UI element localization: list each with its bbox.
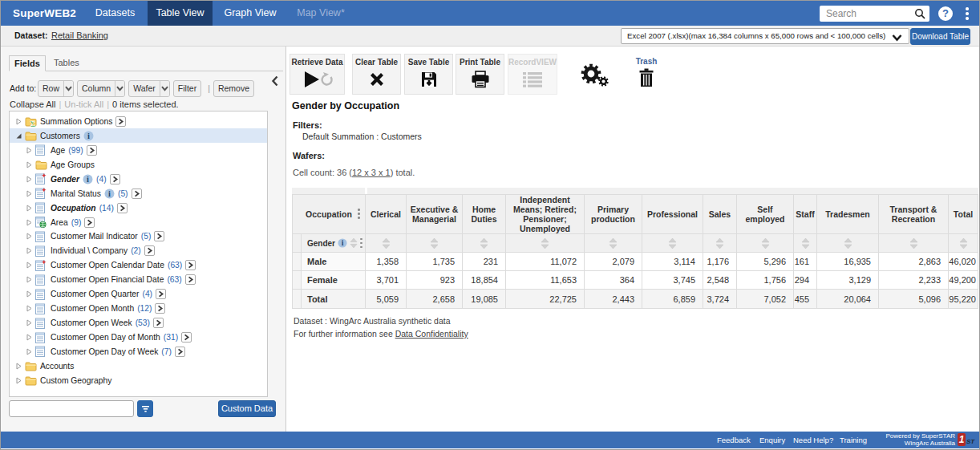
export-format-select[interactable]: Excel 2007 (.xlsx)(max 16,384 columns x … bbox=[621, 28, 909, 44]
data-cell[interactable]: 19,085 bbox=[463, 290, 505, 308]
info-icon[interactable]: i bbox=[338, 238, 347, 248]
print-table-button[interactable]: Print Table bbox=[456, 54, 504, 95]
data-cell[interactable]: 1,735 bbox=[407, 253, 462, 270]
tree-item-age[interactable]: Age(99) bbox=[10, 143, 267, 157]
tree-item-label[interactable]: Customer Open Day of Month bbox=[51, 333, 160, 342]
field-filter-input[interactable] bbox=[9, 400, 134, 417]
data-cell[interactable]: 3,745 bbox=[642, 271, 703, 289]
tree-item-accounts[interactable]: Accounts bbox=[10, 359, 267, 373]
footer-link-training[interactable]: Training bbox=[840, 432, 867, 448]
field-options-arrow-button[interactable] bbox=[84, 217, 95, 228]
tree-item-label[interactable]: Custom Geography bbox=[40, 376, 111, 385]
column-dimension-header[interactable]: Occupation bbox=[293, 195, 365, 233]
info-icon[interactable]: i bbox=[104, 189, 115, 199]
footer-link-need-help[interactable]: Need Help? bbox=[793, 432, 833, 448]
expand-expander-icon[interactable] bbox=[14, 363, 22, 370]
column-header[interactable]: Executive & Managerial bbox=[407, 195, 462, 233]
tree-item-label[interactable]: Marital Status bbox=[51, 189, 101, 198]
tree-item-label[interactable]: Customer Open Calendar Date bbox=[51, 261, 164, 270]
dataset-link[interactable]: Retail Banking bbox=[51, 26, 108, 46]
chevron-down-icon[interactable] bbox=[63, 81, 73, 96]
field-options-arrow-button[interactable] bbox=[185, 260, 196, 270]
retrieve-data-button[interactable]: Retrieve Data bbox=[290, 54, 345, 95]
sort-column-icon[interactable] bbox=[949, 234, 978, 252]
tree-item-customer-open-day-of-month[interactable]: Customer Open Day of Month(31) bbox=[10, 330, 267, 345]
add-to-column-button[interactable]: Column bbox=[77, 80, 125, 97]
collapse-all-link[interactable]: Collapse All bbox=[10, 99, 55, 109]
tree-item-label[interactable]: Customer Open Quarter bbox=[51, 290, 139, 298]
tree-item-customer-open-week[interactable]: Customer Open Week(53) bbox=[10, 316, 267, 330]
data-cell[interactable]: 3,114 bbox=[642, 253, 703, 270]
row-dimension-header[interactable]: Genderi bbox=[302, 234, 365, 252]
data-cell[interactable]: 6,859 bbox=[642, 290, 703, 308]
sort-column-icon[interactable] bbox=[463, 234, 505, 252]
tree-item-label[interactable]: Customers bbox=[40, 132, 80, 140]
data-cell[interactable]: 231 bbox=[463, 253, 505, 270]
add-to-filter-button[interactable]: Filter bbox=[173, 80, 201, 97]
data-cell[interactable]: 5,296 bbox=[737, 253, 793, 270]
data-cell[interactable]: 2,079 bbox=[585, 253, 642, 270]
chevron-down-icon[interactable] bbox=[115, 81, 124, 96]
tree-item-label[interactable]: Customer Open Month bbox=[51, 304, 134, 313]
collapse-expander-icon[interactable] bbox=[14, 132, 22, 140]
tree-item-gender[interactable]: Genderi(4) bbox=[10, 172, 267, 186]
tree-item-label[interactable]: Summation Options bbox=[40, 117, 112, 126]
row-label[interactable]: Total bbox=[302, 290, 365, 308]
tree-item-label[interactable]: Age bbox=[51, 146, 65, 155]
data-cell[interactable]: 16,935 bbox=[817, 253, 878, 270]
sort-column-icon[interactable] bbox=[366, 234, 406, 252]
tab-tables[interactable]: Tables bbox=[51, 55, 83, 71]
tree-item-label[interactable]: Age Groups bbox=[51, 160, 95, 169]
tree-item-label[interactable]: Customer Open Financial Date bbox=[51, 275, 164, 284]
expand-expander-icon[interactable] bbox=[25, 348, 33, 355]
field-options-arrow-button[interactable] bbox=[154, 231, 164, 241]
column-header[interactable]: Staff bbox=[794, 195, 816, 233]
data-cell[interactable]: 5,096 bbox=[879, 290, 948, 308]
expand-expander-icon[interactable] bbox=[25, 219, 33, 226]
field-filter-button[interactable] bbox=[137, 400, 153, 417]
tree-item-area[interactable]: Area(9) bbox=[10, 215, 267, 229]
expand-expander-icon[interactable] bbox=[25, 276, 33, 283]
tree-item-marital-status[interactable]: Marital Statusi(5) bbox=[10, 186, 267, 201]
expand-expander-icon[interactable] bbox=[25, 190, 33, 197]
sort-column-icon[interactable] bbox=[703, 234, 736, 252]
data-cell[interactable]: 2,658 bbox=[407, 290, 462, 308]
tree-item-label[interactable]: Customer Mail Indicator bbox=[51, 232, 138, 241]
add-to-remove-button[interactable]: Remove bbox=[213, 80, 254, 97]
tree-item-summation-options[interactable]: ΣSummation Options bbox=[10, 115, 267, 129]
field-options-arrow-button[interactable] bbox=[144, 245, 155, 256]
untick-all-link[interactable]: Un-tick All bbox=[64, 99, 103, 109]
field-options-arrow-button[interactable] bbox=[175, 347, 185, 357]
sort-column-icon[interactable] bbox=[407, 234, 462, 252]
nav-tab-table-view[interactable]: Table View bbox=[148, 1, 213, 26]
field-options-arrow-button[interactable] bbox=[156, 289, 166, 299]
custom-data-button[interactable]: Custom Data bbox=[218, 400, 276, 417]
download-table-button[interactable]: Download Table bbox=[910, 28, 970, 45]
tree-item-custom-geography[interactable]: Custom Geography bbox=[10, 373, 267, 387]
data-cell[interactable]: 1,756 bbox=[737, 271, 793, 289]
expand-expander-icon[interactable] bbox=[25, 334, 33, 341]
nav-tab-datasets[interactable]: Datasets bbox=[89, 1, 141, 26]
data-cell[interactable]: 1,358 bbox=[366, 253, 406, 270]
info-icon[interactable]: i bbox=[83, 131, 94, 141]
column-header[interactable]: Independent Means; Retired; Pensioner; U… bbox=[506, 195, 584, 233]
field-options-arrow-button[interactable] bbox=[87, 145, 97, 156]
column-header[interactable]: Total bbox=[949, 195, 978, 233]
data-cell[interactable]: 161 bbox=[794, 253, 816, 270]
data-cell[interactable]: 49,200 bbox=[949, 271, 978, 289]
tree-item-label[interactable]: Occupation bbox=[51, 204, 96, 213]
tree-item-label[interactable]: Accounts bbox=[40, 362, 74, 371]
tree-item-customer-open-financial-date[interactable]: Customer Open Financial Date(63) bbox=[10, 273, 267, 287]
expand-expander-icon[interactable] bbox=[25, 161, 33, 168]
expand-expander-icon[interactable] bbox=[25, 247, 33, 254]
data-cell[interactable]: 923 bbox=[407, 271, 462, 289]
data-cell[interactable]: 294 bbox=[794, 271, 816, 289]
help-icon[interactable]: ? bbox=[938, 6, 953, 21]
expand-expander-icon[interactable] bbox=[25, 290, 33, 298]
column-header[interactable]: Self employed bbox=[737, 195, 793, 233]
data-cell[interactable]: 95,220 bbox=[949, 290, 978, 308]
sort-column-icon[interactable] bbox=[506, 234, 584, 252]
tree-item-customer-open-calendar-date[interactable]: Customer Open Calendar Date(63) bbox=[10, 258, 267, 273]
sort-column-icon[interactable] bbox=[585, 234, 642, 252]
sort-icon[interactable] bbox=[350, 237, 358, 249]
